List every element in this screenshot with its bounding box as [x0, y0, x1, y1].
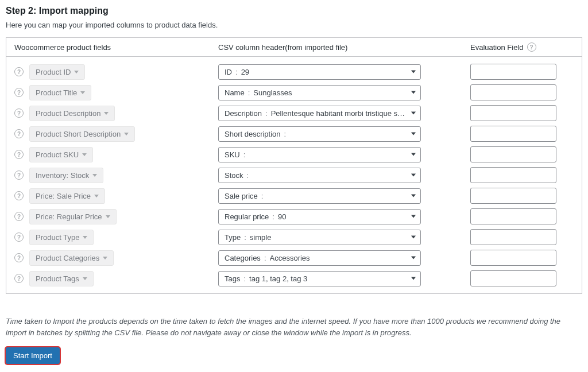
csv-header-label: Sale price — [225, 192, 258, 200]
csv-header-label: ID — [225, 68, 232, 76]
help-icon[interactable]: ? — [14, 274, 24, 283]
wc-field-label: Product Description — [36, 109, 100, 118]
chevron-down-icon — [80, 91, 85, 94]
csv-separator: : — [243, 274, 246, 283]
csv-column-select[interactable]: Short description : — [218, 126, 421, 142]
chevron-down-icon — [411, 195, 416, 197]
wc-field-label: Inventory: Stock — [36, 171, 89, 180]
wc-field-chip[interactable]: Product Description — [29, 106, 115, 121]
chevron-down-icon — [411, 112, 416, 115]
csv-separator: : — [264, 254, 266, 262]
help-icon[interactable]: ? — [14, 212, 24, 221]
evaluation-input[interactable] — [470, 126, 556, 142]
chevron-down-icon — [103, 257, 107, 259]
csv-separator: : — [244, 233, 246, 242]
chevron-down-icon — [411, 174, 416, 177]
evaluation-input[interactable] — [470, 64, 556, 80]
chevron-down-icon — [411, 91, 416, 94]
help-icon[interactable]: ? — [14, 191, 24, 200]
help-icon[interactable]: ? — [14, 150, 24, 159]
help-icon[interactable]: ? — [14, 108, 24, 118]
help-icon[interactable]: ? — [14, 88, 24, 97]
wc-field-chip[interactable]: Product Title — [29, 85, 91, 100]
csv-column-select[interactable]: Tags : tag 1, tag 2, tag 3 — [218, 271, 421, 286]
csv-separator: : — [284, 130, 287, 138]
mapping-row: ?Product TypeType : simple — [6, 227, 582, 247]
wc-field-chip[interactable]: Product Short Description — [29, 126, 135, 142]
evaluation-input[interactable] — [470, 146, 556, 162]
csv-header-label: Tags — [225, 274, 240, 283]
wc-field-chip[interactable]: Price: Sale Price — [29, 188, 105, 204]
help-icon[interactable]: ? — [14, 129, 24, 138]
evaluation-input[interactable] — [470, 105, 556, 121]
chevron-down-icon — [74, 71, 79, 73]
csv-header-label: Stock — [225, 171, 243, 180]
chevron-down-icon — [82, 153, 87, 156]
wc-field-label: Product Short Description — [36, 130, 121, 138]
help-icon[interactable]: ? — [14, 67, 24, 76]
mapping-body: ?Product IDID : 29?Product TitleName : S… — [6, 57, 582, 293]
wc-field-label: Product Title — [36, 88, 77, 97]
evaluation-input[interactable] — [470, 250, 556, 266]
evaluation-input[interactable] — [470, 208, 556, 224]
chevron-down-icon — [83, 236, 87, 239]
wc-field-chip[interactable]: Product SKU — [29, 147, 93, 162]
chevron-down-icon — [106, 215, 110, 218]
wc-field-label: Product Type — [36, 233, 79, 242]
csv-separator: : — [248, 88, 250, 97]
evaluation-input[interactable] — [470, 188, 556, 204]
wc-field-label: Product ID — [36, 68, 71, 76]
start-import-button[interactable]: Start Import — [6, 347, 60, 364]
wc-field-label: Product Categories — [36, 254, 99, 262]
chevron-down-icon — [411, 71, 416, 73]
csv-header-label: Name — [225, 88, 245, 97]
chevron-down-icon — [411, 236, 416, 239]
help-icon[interactable]: ? — [14, 232, 24, 242]
evaluation-input[interactable] — [470, 84, 556, 100]
header-csv-column: CSV column header(from imported file) — [218, 43, 470, 52]
mapping-row: ?Product Short DescriptionShort descript… — [6, 123, 582, 144]
chevron-down-icon — [124, 133, 129, 135]
mapping-row: ?Price: Regular PriceRegular price : 90 — [6, 206, 582, 227]
mapping-row: ?Product TitleName : Sunglasses — [6, 82, 582, 103]
wc-field-chip[interactable]: Product Tags — [29, 271, 94, 286]
mapping-row: ?Product TagsTags : tag 1, tag 2, tag 3 — [6, 268, 582, 289]
header-evaluation-field: Evaluation Field ? — [470, 42, 574, 52]
csv-header-label: SKU — [225, 150, 240, 159]
wc-field-chip[interactable]: Price: Regular Price — [29, 209, 117, 224]
evaluation-input[interactable] — [470, 229, 556, 245]
chevron-down-icon — [411, 215, 416, 218]
wc-field-chip[interactable]: Inventory: Stock — [29, 168, 103, 183]
csv-column-select[interactable]: Type : simple — [218, 230, 421, 245]
csv-column-select[interactable]: Regular price : 90 — [218, 209, 421, 224]
csv-column-select[interactable]: Description : Pellentesque habitant morb… — [218, 106, 421, 121]
evaluation-input[interactable] — [470, 167, 556, 183]
chevron-down-icon — [92, 174, 97, 177]
help-icon[interactable]: ? — [527, 42, 536, 52]
wc-field-chip[interactable]: Product Type — [29, 230, 94, 245]
page-title: Step 2: Import mapping — [6, 6, 582, 16]
csv-value-preview: simple — [250, 233, 272, 242]
wc-field-chip[interactable]: Product ID — [29, 64, 85, 80]
import-note: Time taken to Import the products depend… — [6, 316, 582, 338]
csv-separator: : — [235, 68, 238, 76]
mapping-table: Woocommerce product fields CSV column he… — [6, 37, 582, 294]
csv-column-select[interactable]: Sale price : — [218, 188, 421, 204]
mapping-row: ?Product SKUSKU : — [6, 144, 582, 165]
help-icon[interactable]: ? — [14, 253, 24, 262]
chevron-down-icon — [411, 133, 416, 135]
csv-separator: : — [272, 212, 274, 221]
csv-column-select[interactable]: Stock : — [218, 168, 421, 183]
csv-column-select[interactable]: Name : Sunglasses — [218, 85, 421, 100]
csv-column-select[interactable]: SKU : — [218, 147, 421, 162]
page-subtitle: Here you can map your imported columns t… — [6, 21, 582, 29]
csv-column-select[interactable]: ID : 29 — [218, 64, 421, 80]
help-icon[interactable]: ? — [14, 170, 24, 180]
mapping-header: Woocommerce product fields CSV column he… — [6, 38, 582, 57]
evaluation-input[interactable] — [470, 270, 556, 286]
csv-column-select[interactable]: Categories : Accessories — [218, 250, 421, 266]
mapping-row: ?Product CategoriesCategories : Accessor… — [6, 247, 582, 268]
csv-separator: : — [265, 109, 268, 118]
wc-field-chip[interactable]: Product Categories — [29, 250, 114, 266]
header-evaluation-label: Evaluation Field — [470, 43, 524, 52]
